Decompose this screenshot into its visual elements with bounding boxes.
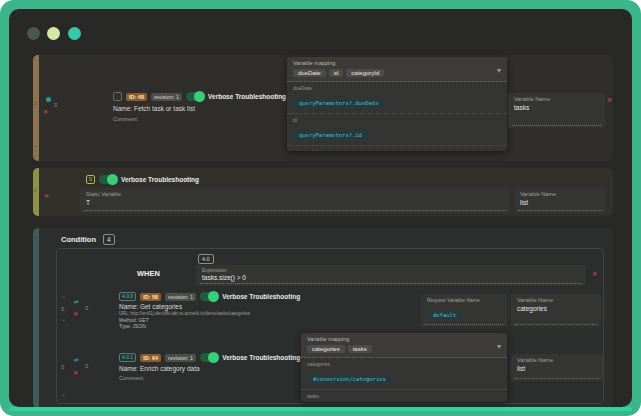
request-variable-name-value[interactable]: default — [427, 311, 462, 319]
mapping-field-value[interactable]: queryParameters?.id — [293, 131, 368, 139]
mapping-field-row: tasks tasks — [301, 390, 507, 402]
node-comment: Comment: — [119, 375, 144, 381]
static-node-badges: S Verbose Troubleshooting — [86, 174, 199, 185]
variable-name-field[interactable]: Variable Name tasks — [508, 93, 605, 128]
node-url: URL: http://srv01j.dev.k8s.lab.vs.acmefi… — [119, 311, 250, 316]
variable-name-field[interactable]: Variable Name list — [511, 354, 603, 381]
move-down-icon[interactable]: ⌄ — [61, 391, 66, 397]
node-name: Name: Fetch task or task list — [113, 105, 195, 112]
when-label: WHEN — [137, 269, 160, 278]
mapping-field-row: id queryParameters?.id — [287, 114, 507, 146]
chevron-down-icon[interactable]: ⌄ — [34, 143, 38, 148]
traffic-light-zoom-button[interactable] — [68, 27, 81, 40]
request-variable-name-label: Request Variable Name — [427, 297, 501, 303]
drag-handle-icon[interactable]: ≡ — [85, 363, 89, 369]
drag-handle-icon[interactable]: ≡ — [34, 101, 37, 106]
mapping-chip[interactable]: categoryId — [346, 69, 384, 77]
enrich-node-badges: 4.0.1 ID: 64 revision: 1 Verbose Trouble… — [119, 352, 300, 363]
node-status-dot-icon — [46, 97, 51, 102]
drag-handle-icon[interactable]: ≡ — [61, 364, 65, 370]
drag-handle-icon[interactable]: ≡ — [85, 305, 89, 311]
node-id-badge: ID: 64 — [140, 354, 161, 362]
node-id-badge: ID: 58 — [140, 293, 161, 301]
mapping-field-row: dueDate queryParameters?.dueDate — [287, 82, 507, 114]
node-path-badge: 4.0.1 — [119, 353, 136, 362]
delete-node-icon[interactable]: ✕ — [73, 311, 78, 317]
static-variable-value: T — [86, 199, 504, 206]
static-variable-field[interactable]: Static Variable T — [80, 188, 510, 213]
mapping-field-row: categories #conversion/categories — [301, 358, 507, 390]
fetch-node-panel: ≡ ⌄ ≡ ✕ ⋮ ID: 48 revision: 1 Verbose Tro… — [33, 55, 613, 161]
static-variable-panel: ≡ ✕ S Verbose Troubleshooting Static Var… — [33, 168, 613, 216]
mapping-chip[interactable]: tasks — [348, 345, 372, 353]
verbose-toggle[interactable] — [186, 92, 204, 101]
variable-name-label: Variable Name — [514, 96, 599, 102]
node-comment: Comment: — [113, 116, 138, 122]
variable-name-field[interactable]: Variable Name list — [514, 188, 606, 213]
fetch-panel-accent: ≡ ⌄ — [33, 55, 39, 161]
mapping-field-label: id — [293, 117, 501, 123]
delete-node-icon[interactable]: ✕ — [43, 109, 48, 115]
window-bottom-highlight — [9, 407, 632, 411]
node-type-icon: ⋮ — [113, 92, 122, 101]
verbose-toggle[interactable] — [200, 292, 218, 301]
mapping-field-value[interactable]: queryParameters?.dueDate — [293, 99, 384, 107]
variable-mapping-dropdown: Variable mapping dueDate id categoryId ▾… — [287, 57, 507, 151]
condition-body: 4.0 WHEN Expression tasks.size() > 0 ✕ ⌃… — [56, 248, 604, 404]
variable-name-value: tasks — [514, 104, 599, 111]
variable-name-value: categories — [517, 305, 595, 312]
condition-panel: ⌃ Condition 4 4.0 WHEN Expression tasks.… — [33, 228, 613, 408]
traffic-light-close-button[interactable] — [27, 27, 40, 40]
chevron-down-icon[interactable]: ▾ — [497, 66, 501, 75]
delete-node-icon[interactable]: ✕ — [44, 193, 49, 199]
move-down-icon[interactable]: ⌄ — [61, 316, 66, 322]
node-id-badge: ID: 48 — [126, 93, 147, 101]
variable-name-label: Variable Name — [520, 191, 600, 197]
variable-name-field[interactable]: Variable Name categories — [511, 294, 601, 327]
variable-mapping-label: Variable mapping — [307, 336, 501, 342]
mapping-chip[interactable]: dueDate — [293, 69, 326, 77]
variable-mapping-header[interactable]: Variable mapping categories tasks ▾ — [301, 333, 507, 358]
mapping-field-row: categoryId queryParameters?.categoryId — [287, 146, 507, 151]
mapping-field-label: dueDate — [293, 85, 501, 91]
traffic-light-minimize-button[interactable] — [47, 27, 60, 40]
verbose-toggle-label: Verbose Troubleshooting — [222, 354, 300, 361]
chevron-up-icon[interactable]: ⌃ — [34, 236, 38, 241]
mapping-chip[interactable]: id — [329, 69, 344, 77]
condition-title: Condition — [61, 235, 96, 244]
variable-mapping-label: Variable mapping — [293, 60, 501, 66]
node-revision-badge: revision: 1 — [151, 93, 182, 101]
delete-node-icon[interactable]: ✕ — [73, 370, 78, 376]
delete-icon[interactable]: ✕ — [607, 97, 612, 103]
static-node-type-icon: S — [86, 175, 95, 184]
variable-mapping-header[interactable]: Variable mapping dueDate id categoryId ▾ — [287, 57, 507, 82]
expression-value: tasks.size() > 0 — [202, 274, 580, 281]
static-panel-accent: ≡ — [33, 168, 39, 216]
mapping-field-label: categoryId — [293, 149, 501, 151]
request-variable-name-field[interactable]: Request Variable Name default — [421, 294, 507, 327]
swap-icon[interactable]: ⇄ — [74, 299, 79, 305]
mapping-field-label: categories — [307, 361, 501, 367]
drag-handle-icon[interactable]: ≡ — [61, 306, 65, 312]
verbose-toggle[interactable] — [200, 353, 218, 362]
mapping-field-value[interactable]: #conversion/categories — [307, 375, 392, 383]
drag-handle-icon[interactable]: ≡ — [54, 102, 58, 108]
get-node-badges: 4.0.0 ID: 58 revision: 1 Verbose Trouble… — [119, 291, 300, 302]
condition-count-badge: 4 — [103, 234, 115, 245]
move-up-icon[interactable]: ⌃ — [61, 296, 66, 302]
variable-mapping-chips: dueDate id categoryId — [293, 69, 501, 77]
delete-expression-icon[interactable]: ✕ — [592, 271, 597, 277]
drag-handle-icon[interactable]: ≡ — [34, 188, 37, 193]
static-variable-label: Static Variable — [86, 191, 504, 197]
verbose-toggle-label: Verbose Troubleshooting — [222, 293, 300, 300]
node-revision-badge: revision: 1 — [165, 354, 196, 362]
swap-icon[interactable]: ⇄ — [74, 357, 79, 363]
verbose-toggle[interactable] — [99, 175, 117, 184]
app-frame: ≡ ⌄ ≡ ✕ ⋮ ID: 48 revision: 1 Verbose Tro… — [0, 0, 641, 416]
mapping-chip[interactable]: categories — [307, 345, 345, 353]
chevron-down-icon[interactable]: ▾ — [497, 342, 501, 351]
node-path-badge: 4.0.0 — [119, 292, 136, 301]
verbose-toggle-label: Verbose Troubleshooting — [208, 93, 286, 100]
node-revision-badge: revision: 1 — [165, 293, 196, 301]
expression-field[interactable]: Expression tasks.size() > 0 — [196, 265, 586, 286]
